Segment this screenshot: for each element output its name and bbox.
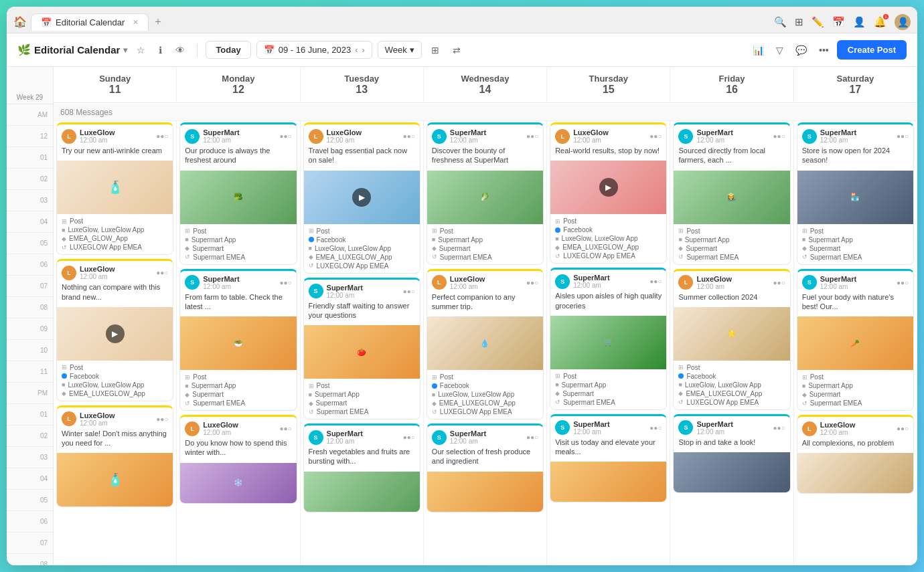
eye-button[interactable]: 👁	[171, 42, 189, 58]
channel: Supermart	[562, 390, 594, 397]
post-card[interactable]: L LuxeGlow 12:00 am ●●○ Travel bag essen…	[303, 122, 420, 274]
brand-time: 12:00 am	[820, 429, 856, 436]
search-icon[interactable]: 🔍	[774, 16, 787, 28]
post-meta: ⊞ Post Facebook ■ LuxeGlow, LuxeGlow App…	[304, 224, 420, 273]
close-icon[interactable]: ✕	[133, 18, 139, 27]
brand-icons: ●●○	[279, 132, 291, 140]
play-button[interactable]: ▶	[106, 324, 125, 343]
post-type: Post	[440, 373, 453, 381]
brand-name: LuxeGlow	[80, 265, 115, 273]
post-meta: ⊞ Post ■ Supermart App ◆ Supermart ↺ Sup…	[797, 224, 913, 264]
post-text: From farm to table. Check the latest ...	[185, 292, 291, 312]
brand-info: LuxeGlow 12:00 am	[80, 265, 115, 280]
brand-time: 12:00 am	[327, 292, 363, 299]
brand-time: 12:00 am	[327, 438, 363, 445]
play-button[interactable]: ▶	[352, 188, 371, 207]
post-text: Fuel your body with nature's best! Our..…	[802, 292, 909, 312]
tab-title: Editorial Calendar	[56, 17, 125, 27]
post-card[interactable]: S SuperMart 12:00 am ●●○ Sourced directl…	[673, 122, 790, 265]
message-button[interactable]: 💬	[791, 42, 811, 58]
active-tab[interactable]: 📅 Editorial Calendar ✕	[31, 13, 149, 31]
home-icon[interactable]: 🏠	[13, 15, 27, 28]
time-08am: 08	[7, 297, 53, 318]
channel: EMEA_GLOW_App	[69, 235, 128, 242]
brand-name: SuperMart	[820, 275, 856, 283]
new-tab-button[interactable]: ＋	[153, 15, 163, 29]
post-card[interactable]: S SuperMart 12:00 am ●●○ Fresh vegetable…	[303, 423, 420, 512]
post-text: Stop in and take a look!	[678, 438, 785, 447]
sunday-column: L LuxeGlow 12:00 am ●●○ Try our new anti…	[54, 120, 177, 565]
brand-avatar: L	[62, 266, 76, 280]
today-button[interactable]: Today	[206, 41, 250, 59]
post-card[interactable]: S SuperMart 12:00 am ●●○ Stop in and tak…	[673, 414, 790, 493]
analytics-button[interactable]: 📊	[749, 42, 768, 58]
brand-icons: ●●○	[403, 288, 415, 295]
post-card[interactable]: S SuperMart 12:00 am ●●○ Visit us today …	[550, 414, 667, 503]
time-06am: 06	[7, 254, 53, 276]
brand-avatar: S	[309, 284, 323, 298]
post-image	[427, 472, 543, 512]
post-card[interactable]: L LuxeGlow 12:00 am ●●○ Perfect companio…	[427, 269, 544, 420]
chevron-down-icon[interactable]: ▾	[123, 45, 127, 55]
layout-button[interactable]: ⊞	[427, 42, 443, 58]
brand-name: SuperMart	[203, 275, 239, 283]
brand-name: SuperMart	[327, 430, 363, 438]
brand-icons: ●●○	[649, 278, 662, 285]
brand-avatar: S	[432, 129, 447, 144]
brand-name: SuperMart	[327, 284, 363, 292]
post-card[interactable]: L LuxeGlow 12:00 am ●●○ Summer collectio…	[673, 269, 790, 410]
person-add-icon[interactable]: 👤	[853, 16, 866, 28]
post-meta: ⊞ Post Facebook ■ LuxeGlow, LuxeGlow App…	[674, 361, 789, 409]
calendar-icon[interactable]: 📅	[832, 16, 845, 28]
week-num: Week 29	[7, 67, 53, 104]
post-image	[797, 453, 913, 493]
post-card[interactable]: L LuxeGlow 12:00 am ●●○ Winter sale! Don…	[56, 405, 173, 508]
post-card[interactable]: L LuxeGlow 12:00 am ●●○ Nothing can comp…	[56, 259, 173, 401]
star-button[interactable]: ☆	[133, 42, 149, 58]
post-card[interactable]: S SuperMart 12:00 am ●●○ Discover the bo…	[427, 122, 544, 265]
app-logo: 🌿	[17, 43, 31, 56]
post-text: Try our new anti-wrinkle cream	[62, 146, 168, 155]
filter-adjust-button[interactable]: ⇄	[449, 42, 465, 58]
next-week-button[interactable]: ›	[362, 45, 364, 55]
more-options-button[interactable]: •••	[815, 42, 833, 58]
post-type: Post	[810, 227, 824, 235]
info-button[interactable]: ℹ	[155, 42, 166, 58]
post-card[interactable]: S SuperMart 12:00 am ●●○ Our produce is …	[179, 122, 297, 265]
create-post-button[interactable]: Create Post	[837, 40, 907, 60]
time-05am: 05	[7, 233, 53, 254]
brand-avatar: L	[62, 411, 76, 426]
post-image	[304, 472, 420, 512]
notification-bell[interactable]: 🔔 1	[874, 16, 887, 28]
prev-week-button[interactable]: ‹	[355, 45, 358, 55]
grid-icon[interactable]: ⊞	[795, 16, 803, 28]
monday-column: S SuperMart 12:00 am ●●○ Our produce is …	[177, 120, 300, 565]
filter-button[interactable]: ▽	[772, 42, 787, 58]
post-card[interactable]: L LuxeGlow 12:00 am ●●○ Do you know how …	[179, 415, 297, 504]
post-card[interactable]: S SuperMart 12:00 am ●●○ Friendly staff …	[303, 278, 420, 420]
post-card[interactable]: S SuperMart 12:00 am ●●○ Aisles upon ais…	[550, 268, 667, 410]
post-type: Post	[317, 382, 330, 389]
play-button[interactable]: ▶	[599, 178, 618, 197]
edit-icon[interactable]: ✏️	[812, 16, 824, 28]
post-card[interactable]: L LuxeGlow 12:00 am ●●○ All complexions,…	[797, 415, 914, 494]
post-card[interactable]: S SuperMart 12:00 am ●●○ From farm to ta…	[179, 269, 297, 411]
channel: Supermart EMEA	[686, 254, 739, 261]
post-card[interactable]: L LuxeGlow 12:00 am ●●○ Real-world resul…	[550, 122, 667, 264]
user-avatar[interactable]: 👤	[895, 14, 911, 30]
channel: Supermart App	[808, 236, 853, 244]
post-card[interactable]: S SuperMart 12:00 am ●●○ Our selection o…	[427, 423, 544, 512]
channel: LuxeGlow, LuxeGlow App	[68, 381, 144, 389]
brand-avatar: S	[309, 430, 323, 445]
post-card[interactable]: L LuxeGlow 12:00 am ●●○ Try our new anti…	[56, 122, 173, 255]
post-image	[550, 462, 666, 502]
brand-time: 12:00 am	[820, 283, 856, 290]
time-01am: 01	[7, 147, 53, 169]
week-view-select[interactable]: Week ▾	[378, 41, 422, 59]
channel: LUXEGLOW App EMEA	[440, 408, 512, 415]
post-meta: ⊞ Post ■ Supermart App ◆ Supermart ↺ Sup…	[304, 379, 420, 419]
post-card[interactable]: S SuperMart 12:00 am ●●○ Store is now op…	[797, 122, 914, 265]
day-headers: Sunday 11 Monday 12 Tuesday 13 Wednesday…	[54, 67, 917, 103]
brand-icons: ●●○	[526, 132, 538, 140]
post-card[interactable]: S SuperMart 12:00 am ●●○ Fuel your body …	[797, 269, 914, 411]
